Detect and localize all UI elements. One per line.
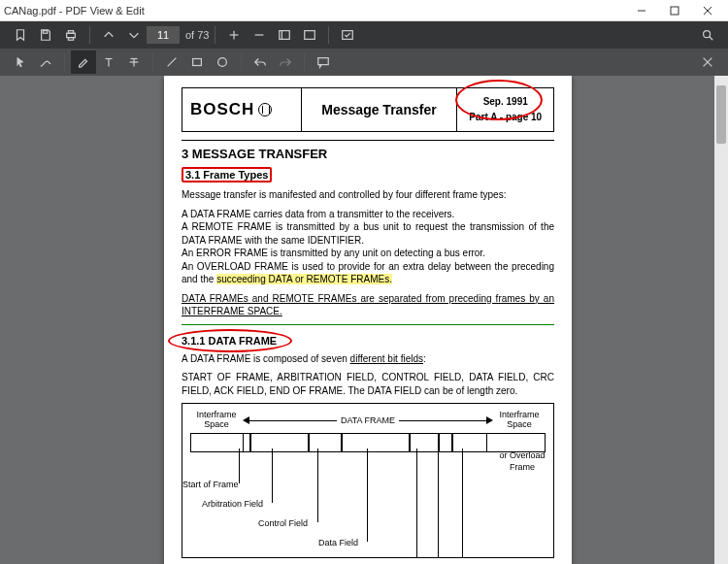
pdf-viewer[interactable]: BOSCH Message Transfer Sep. 1991 Part A … — [0, 76, 728, 564]
svg-rect-13 — [305, 31, 315, 40]
doc-date: Sep. 1991 — [465, 94, 546, 110]
svg-rect-1 — [671, 7, 678, 15]
undo-icon[interactable] — [248, 50, 273, 74]
doc-header-table: BOSCH Message Transfer Sep. 1991 Part A … — [182, 87, 554, 132]
cursor-icon[interactable] — [8, 50, 33, 74]
diagram-field-label: Data Field — [318, 538, 358, 547]
diagram-label: Interframe Space — [493, 411, 546, 430]
close-toolbar-icon[interactable] — [695, 50, 720, 74]
body-text: START OF FRAME, ARBITRATION FIELD, CONTR… — [182, 371, 554, 397]
vertical-scrollbar[interactable] — [714, 76, 728, 564]
diagram-label: Interframe Space — [190, 411, 243, 430]
annotation-toolbar — [0, 49, 728, 76]
highlight-icon[interactable] — [71, 50, 96, 74]
section-heading: 3 MESSAGE TRANSFER — [182, 140, 554, 161]
diagram-field-label: Start of Frame — [182, 480, 239, 489]
green-separator — [182, 324, 554, 325]
frame-diagram: Interframe Space DATA FRAME Interframe S… — [182, 403, 554, 558]
svg-rect-25 — [318, 58, 329, 65]
bookmark-icon[interactable] — [8, 23, 33, 47]
diagram-field-label: Arbitration Field — [202, 499, 263, 509]
circle-icon[interactable] — [210, 50, 235, 74]
doc-partpage: Part A - page 10 — [465, 110, 546, 125]
window-title: CANag.pdf - PDF View & Edit — [4, 5, 625, 17]
redo-icon[interactable] — [273, 50, 298, 74]
highlighted-text: succeeding DATA or REMOTE FRAMEs. — [216, 274, 392, 284]
scrollbar-thumb[interactable] — [716, 85, 726, 144]
svg-rect-6 — [68, 31, 73, 34]
separator — [152, 53, 153, 71]
edit-mode-icon[interactable] — [335, 23, 360, 47]
svg-line-16 — [710, 37, 713, 41]
body-text: DATA FRAMEs and REMOTE FRAMEs are separa… — [182, 292, 554, 318]
main-toolbar: of 73 — [0, 21, 728, 49]
subsection-heading: 3.1 Frame Types — [182, 167, 272, 182]
diagram-field-label: Control Field — [258, 518, 308, 528]
strikethrough-icon[interactable] — [121, 50, 147, 74]
fit-page-icon[interactable] — [272, 23, 297, 47]
svg-rect-14 — [343, 31, 353, 40]
body-text: A DATA FRAME carries data from a transmi… — [182, 208, 554, 286]
zoom-in-icon[interactable] — [221, 23, 247, 47]
diagram-label: DATA FRAME — [337, 415, 399, 425]
page-up-icon[interactable] — [96, 23, 121, 47]
svg-rect-4 — [43, 31, 47, 34]
separator — [304, 53, 305, 71]
pdf-page: BOSCH Message Transfer Sep. 1991 Part A … — [164, 76, 572, 564]
page-down-icon[interactable] — [121, 23, 147, 47]
svg-line-22 — [168, 58, 177, 67]
window-close-button[interactable] — [691, 0, 724, 21]
rect-icon[interactable] — [184, 50, 210, 74]
zoom-out-icon[interactable] — [247, 23, 272, 47]
separator — [328, 26, 329, 44]
doc-title: Message Transfer — [321, 102, 436, 117]
separator — [241, 53, 242, 71]
print-icon[interactable] — [58, 23, 83, 47]
save-icon[interactable] — [33, 23, 58, 47]
svg-rect-5 — [67, 33, 76, 37]
separator — [64, 53, 65, 71]
brand-logo-icon — [258, 103, 272, 116]
page-total-label: of 73 — [185, 29, 209, 41]
svg-rect-7 — [68, 38, 73, 41]
svg-rect-11 — [280, 31, 290, 40]
brand-label: BOSCH — [190, 100, 254, 118]
window-maximize-button[interactable] — [658, 0, 691, 21]
comment-icon[interactable] — [311, 50, 336, 74]
line-icon[interactable] — [159, 50, 184, 74]
separator — [89, 26, 90, 44]
svg-rect-23 — [193, 59, 202, 66]
diagram-label: or Overload Frame — [497, 450, 547, 473]
subsection-heading: 3.1.1 DATA FRAME — [182, 335, 277, 347]
window-titlebar: CANag.pdf - PDF View & Edit — [0, 0, 728, 21]
body-text: A DATA FRAME is composed of seven differ… — [182, 352, 554, 366]
page-number-input[interactable] — [147, 26, 180, 44]
body-text: Message transfer is manifested and contr… — [182, 188, 554, 202]
search-icon[interactable] — [695, 23, 720, 47]
text-icon[interactable] — [96, 50, 121, 74]
svg-point-15 — [704, 31, 711, 38]
svg-point-24 — [218, 58, 227, 67]
draw-icon[interactable] — [33, 50, 58, 74]
fit-width-icon[interactable] — [297, 23, 322, 47]
window-minimize-button[interactable] — [625, 0, 658, 21]
separator — [215, 26, 215, 44]
